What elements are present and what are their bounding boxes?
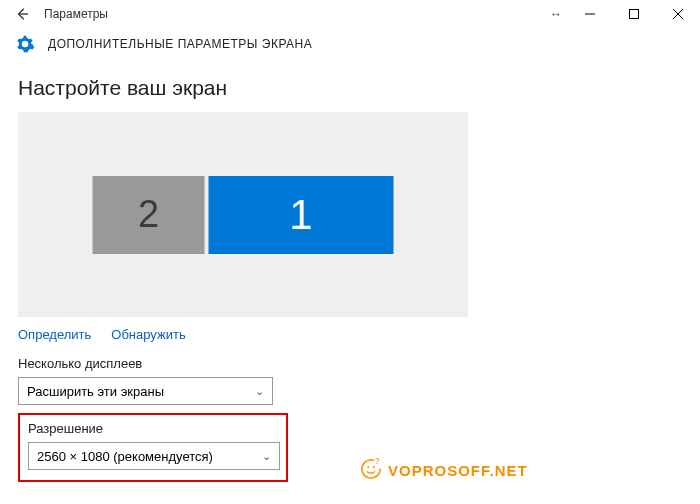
multi-displays-label: Несколько дисплеев — [18, 356, 682, 371]
display-arrangement-area[interactable]: 2 1 — [18, 112, 468, 317]
resolution-value: 2560 × 1080 (рекомендуется) — [37, 449, 213, 464]
resolution-highlight: Разрешение 2560 × 1080 (рекомендуется) ⌄ — [18, 413, 288, 482]
minimize-icon — [585, 9, 595, 19]
window-controls: ↔ — [544, 0, 700, 28]
svg-text:?: ? — [375, 458, 380, 466]
svg-rect-0 — [630, 10, 639, 19]
resolution-label: Разрешение — [28, 421, 278, 436]
page-heading: Настройте ваш экран — [18, 76, 682, 100]
watermark-logo-icon: ? — [360, 458, 382, 483]
watermark-text: VOPROSOFF.NET — [388, 462, 528, 479]
detect-link[interactable]: Обнаружить — [111, 327, 185, 342]
monitor-1[interactable]: 1 — [209, 176, 394, 254]
section-title: ДОПОЛНИТЕЛЬНЫЕ ПАРАМЕТРЫ ЭКРАНА — [48, 37, 312, 51]
chevron-down-icon: ⌄ — [262, 450, 271, 463]
back-button[interactable] — [8, 0, 36, 28]
close-icon — [673, 9, 683, 19]
monitor-2[interactable]: 2 — [93, 176, 205, 254]
monitor-1-label: 1 — [289, 191, 312, 239]
chevron-down-icon: ⌄ — [255, 385, 264, 398]
maximize-icon — [629, 9, 639, 19]
gear-icon — [14, 34, 36, 54]
titlebar: Параметры ↔ — [0, 0, 700, 28]
multi-displays-value: Расширить эти экраны — [27, 384, 164, 399]
svg-point-3 — [373, 466, 375, 468]
arrow-left-icon — [15, 7, 29, 21]
maximize-button[interactable] — [612, 0, 656, 28]
resize-hint-icon: ↔ — [544, 7, 568, 21]
monitor-2-label: 2 — [138, 193, 159, 236]
minimize-button[interactable] — [568, 0, 612, 28]
content-area: Настройте ваш экран 2 1 Определить Обнар… — [0, 76, 700, 482]
svg-point-2 — [367, 466, 369, 468]
identify-link[interactable]: Определить — [18, 327, 91, 342]
resolution-select[interactable]: 2560 × 1080 (рекомендуется) ⌄ — [28, 442, 280, 470]
display-links: Определить Обнаружить — [18, 327, 682, 342]
multi-displays-select[interactable]: Расширить эти экраны ⌄ — [18, 377, 273, 405]
watermark: ? VOPROSOFF.NET — [360, 458, 528, 483]
page-header: ДОПОЛНИТЕЛЬНЫЕ ПАРАМЕТРЫ ЭКРАНА — [0, 28, 700, 64]
close-button[interactable] — [656, 0, 700, 28]
window-title: Параметры — [44, 7, 544, 21]
monitors-group: 2 1 — [91, 176, 396, 254]
